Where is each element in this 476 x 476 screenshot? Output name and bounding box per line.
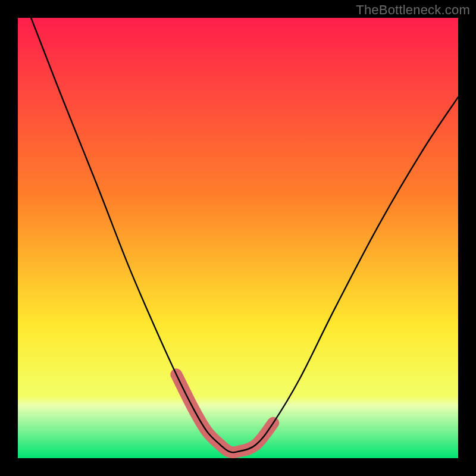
- watermark-label: TheBottleneck.com: [356, 2, 470, 18]
- chart-frame: TheBottleneck.com: [0, 0, 476, 476]
- plot-area: [18, 18, 458, 458]
- chart-svg: [18, 18, 458, 458]
- gradient-background: [18, 18, 458, 458]
